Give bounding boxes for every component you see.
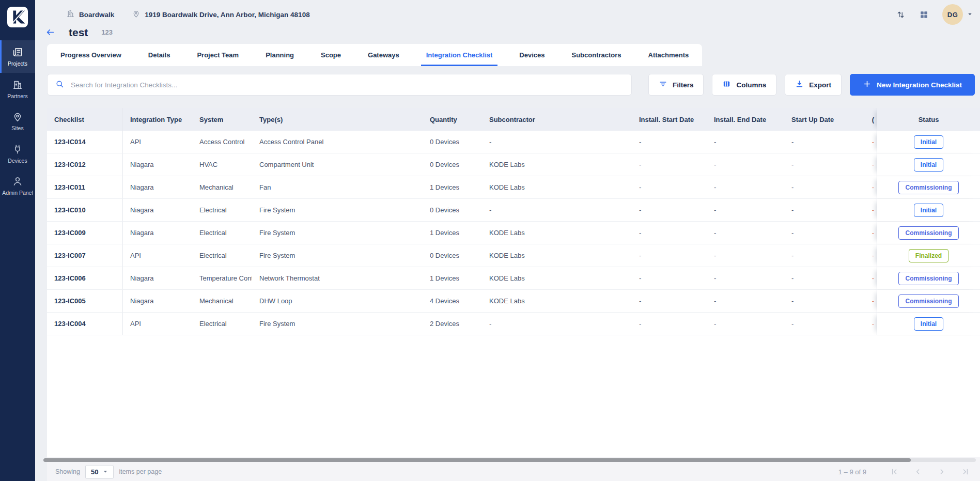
cell-quantity: 1 Devices <box>423 267 482 289</box>
table-row[interactable]: 123-IC005NiagaraMechanicalDHW Loop4 Devi… <box>47 290 980 313</box>
next-page-icon[interactable] <box>938 468 946 476</box>
sidebar-item-label: Devices <box>8 158 27 164</box>
column-header-quantity[interactable]: Quantity <box>423 108 482 131</box>
table-row[interactable]: 123-IC014APIAccess ControlAccess Control… <box>47 131 980 153</box>
sidebar-item-label: Sites <box>11 126 23 131</box>
cell-start-up: - <box>784 199 862 221</box>
site-address: 1919 Boardwalk Drive, Ann Arbor, Michiga… <box>132 9 309 20</box>
table-row[interactable]: 123-IC009NiagaraElectricalFire System1 D… <box>47 222 980 244</box>
avatar[interactable]: DG <box>942 4 963 25</box>
cell-install-end: - <box>707 153 784 176</box>
tab-devices[interactable]: Devices <box>506 44 558 66</box>
export-button[interactable]: Export <box>785 74 842 96</box>
cell-status: Finalized <box>877 244 980 267</box>
tab-project-team[interactable]: Project Team <box>183 44 252 66</box>
cell-start-up: - <box>784 222 862 244</box>
cell-subcontractor: KODE Labs <box>482 244 632 267</box>
main-area: Boardwalk 1919 Boardwalk Drive, Ann Arbo… <box>35 0 980 481</box>
sidebar-item-admin-panel[interactable]: Admin Panel <box>0 169 35 202</box>
table-row[interactable]: 123-IC012NiagaraHVACCompartment Unit0 De… <box>47 153 980 176</box>
scrollbar-thumb[interactable] <box>43 458 911 462</box>
kode-labs-logo-icon[interactable] <box>0 0 35 40</box>
tab-planning[interactable]: Planning <box>252 44 307 66</box>
status-badge: Initial <box>914 158 943 172</box>
sidebar-item-label: Admin Panel <box>2 190 33 196</box>
table-row[interactable]: 123-IC011NiagaraMechanicalFan1 DevicesKO… <box>47 176 980 199</box>
sort-transfer-icon[interactable] <box>896 10 906 20</box>
cell-start-up: - <box>784 267 862 289</box>
search-input[interactable] <box>70 81 624 89</box>
cell-status: Initial <box>877 153 980 176</box>
admin-panel-icon <box>12 176 23 187</box>
devices-icon <box>12 144 23 155</box>
sidebar-item-partners[interactable]: Partners <box>0 73 35 105</box>
sidebar-item-devices[interactable]: Devices <box>0 137 35 170</box>
items-per-page-select[interactable]: 50 <box>85 465 114 479</box>
tab-integration-checklist[interactable]: Integration Checklist <box>413 44 506 66</box>
cell-quantity: 0 Devices <box>423 153 482 176</box>
user-menu[interactable]: DG <box>942 4 973 25</box>
export-label: Export <box>809 81 831 89</box>
previous-page-icon[interactable] <box>914 468 922 476</box>
cell-checklist: 123-IC014 <box>47 131 123 153</box>
back-button[interactable] <box>45 27 55 37</box>
cell-subcontractor: - <box>482 131 632 153</box>
cell-status: Initial <box>877 199 980 221</box>
cell-start-up: - <box>784 153 862 176</box>
cell-truncated: - <box>862 153 877 176</box>
cell-status: Commissioning <box>877 290 980 312</box>
cell-status: Commissioning <box>877 176 980 198</box>
per-page-value: 50 <box>91 468 98 476</box>
last-page-icon[interactable] <box>961 468 970 476</box>
apps-grid-icon[interactable] <box>919 10 929 20</box>
table-row[interactable]: 123-IC006NiagaraTemperature ControlsNetw… <box>47 267 980 290</box>
column-header-type-s-[interactable]: Type(s) <box>252 108 423 131</box>
tab-attachments[interactable]: Attachments <box>635 44 703 66</box>
new-integration-checklist-button[interactable]: New Integration Checklist <box>850 74 975 96</box>
column-header-start-up-date[interactable]: Start Up Date <box>784 108 862 131</box>
cell-quantity: 1 Devices <box>423 176 482 198</box>
column-header-install-end-date[interactable]: Install. End Date <box>707 108 784 131</box>
column-header-integration-type[interactable]: Integration Type <box>123 108 192 131</box>
site-context[interactable]: Boardwalk <box>66 9 114 20</box>
table-footer: Showing 50 items per page 1 – 9 of 9 <box>47 457 980 481</box>
column-header-install-start-date[interactable]: Install. Start Date <box>632 108 707 131</box>
cell-system: Access Control <box>192 131 252 153</box>
tab-gateways[interactable]: Gateways <box>354 44 413 66</box>
cell-system: HVAC <box>192 153 252 176</box>
cell-integration-type: Niagara <box>123 153 192 176</box>
cell-status: Initial <box>877 313 980 335</box>
address-text: 1919 Boardwalk Drive, Ann Arbor, Michiga… <box>145 11 309 19</box>
cell-subcontractor: - <box>482 313 632 335</box>
column-header-checklist[interactable]: Checklist <box>47 108 123 131</box>
chevron-down-icon <box>967 10 973 19</box>
filters-label: Filters <box>673 81 694 89</box>
cell-checklist: 123-IC009 <box>47 222 123 244</box>
column-header-status[interactable]: Status <box>877 108 980 131</box>
tab-scope[interactable]: Scope <box>307 44 354 66</box>
filters-button[interactable]: Filters <box>648 74 704 96</box>
columns-icon <box>722 80 731 90</box>
column-header-subcontractor[interactable]: Subcontractor <box>482 108 632 131</box>
cell-install-start: - <box>632 244 707 267</box>
first-page-icon[interactable] <box>890 468 898 476</box>
sidebar-item-projects[interactable]: Projects <box>0 40 35 73</box>
status-badge: Commissioning <box>898 181 958 194</box>
table-row[interactable]: 123-IC007APIElectricalFire System0 Devic… <box>47 244 980 267</box>
table-row[interactable]: 123-IC010NiagaraElectricalFire System0 D… <box>47 199 980 222</box>
cell-subcontractor: KODE Labs <box>482 222 632 244</box>
column-header-truncated: ( <box>862 108 877 131</box>
cell-integration-type: Niagara <box>123 199 192 221</box>
cell-install-start: - <box>632 153 707 176</box>
cell-install-end: - <box>707 267 784 289</box>
tab-details[interactable]: Details <box>135 44 184 66</box>
table-row[interactable]: 123-IC004APIElectricalFire System2 Devic… <box>47 313 980 335</box>
cell-integration-type: Niagara <box>123 290 192 312</box>
table-body: 123-IC014APIAccess ControlAccess Control… <box>47 131 980 335</box>
sidebar-item-sites[interactable]: Sites <box>0 105 35 137</box>
column-header-system[interactable]: System <box>192 108 252 131</box>
columns-button[interactable]: Columns <box>712 74 776 96</box>
tab-subcontractors[interactable]: Subcontractors <box>558 44 634 66</box>
tab-progress-overview[interactable]: Progress Overview <box>47 44 135 66</box>
cell-checklist: 123-IC012 <box>47 153 123 176</box>
